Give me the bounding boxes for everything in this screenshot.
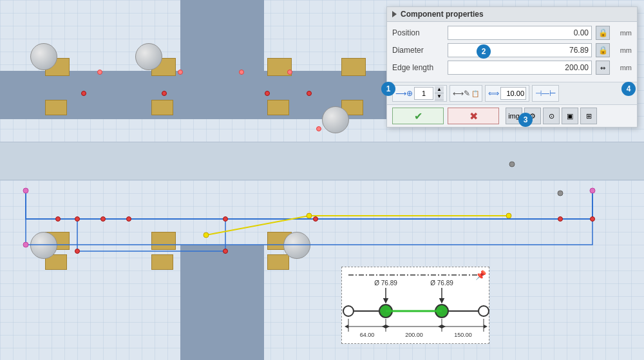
bracket-5 (45, 100, 67, 115)
svg-marker-48 (382, 325, 386, 328)
edge-length-label: Edge length (392, 63, 444, 72)
diameter-unit: mm (614, 46, 632, 54)
spacing-input[interactable] (500, 87, 526, 100)
svg-text:Ø 76.89: Ø 76.89 (430, 279, 453, 287)
settings-button-4[interactable]: ⊞ (580, 108, 597, 124)
panel-header: Component properties (387, 7, 637, 22)
sphere-1 (30, 43, 57, 70)
svg-text:Ø 76.89: Ø 76.89 (374, 279, 397, 287)
number-4: 4 (621, 82, 636, 96)
diagram-inset: Ø 76.89 Ø 76.89 (341, 267, 489, 344)
count-input[interactable] (414, 87, 433, 100)
svg-marker-45 (345, 325, 348, 328)
diameter-input[interactable] (448, 43, 592, 57)
panel-body: Position 🔒 mm Diameter 🔒 mm Edge length … (387, 22, 637, 82)
action-row: ✔ ✖ img ⚙ ⊙ ▣ ⊞ (387, 105, 637, 127)
measure-icon: ⟷✎ (453, 89, 470, 98)
panel-title: Component properties (401, 10, 484, 19)
position-input[interactable] (448, 26, 592, 40)
bracket-13 (151, 254, 173, 270)
position-row: Position 🔒 mm (392, 26, 632, 40)
sphere-3 (322, 106, 349, 133)
spacing-tool-section: ⟺ (485, 85, 529, 102)
svg-point-35 (343, 306, 354, 316)
confirm-button[interactable]: ✔ (392, 108, 444, 124)
number-3: 3 (518, 113, 533, 127)
count-up-button[interactable]: ▲ (435, 86, 444, 93)
cancel-button[interactable]: ✖ (448, 108, 499, 124)
top-center-column (180, 0, 264, 119)
panel-collapse-icon (392, 11, 397, 17)
count-tool-section: ⟶⊕ ▲ ▼ (392, 85, 447, 102)
edge-length-icon-button[interactable]: ⇔ (596, 61, 610, 75)
diameter-label: Diameter (392, 46, 444, 55)
properties-panel: Component properties Position 🔒 mm Diame… (386, 6, 638, 128)
bottom-center-column (180, 245, 264, 360)
measure-tool-section: ⟷✎ 📋 (450, 85, 482, 102)
number-2: 2 (477, 44, 491, 59)
bracket-3 (267, 58, 292, 76)
diagram-svg: Ø 76.89 Ø 76.89 (342, 267, 490, 345)
bracket-14 (267, 254, 289, 270)
bracket-6 (151, 100, 173, 115)
route-icon: ⟶⊕ (395, 89, 413, 98)
position-label: Position (392, 28, 444, 37)
diameter-lock-button[interactable]: 🔒 (596, 43, 610, 57)
measure-copy-icon: 📋 (471, 90, 479, 97)
diagram-inner: Ø 76.89 Ø 76.89 (342, 267, 489, 343)
bracket-10 (151, 232, 176, 250)
svg-text:64.00: 64.00 (360, 332, 375, 338)
number-1: 1 (381, 82, 395, 96)
svg-marker-51 (438, 325, 442, 328)
position-unit: mm (614, 29, 632, 37)
settings-button-3[interactable]: ▣ (562, 108, 578, 124)
svg-text:150.00: 150.00 (454, 332, 472, 338)
edge-length-input[interactable] (448, 61, 592, 75)
align-tool-section: ⊣—⊢ (532, 85, 559, 102)
edge-length-unit: mm (614, 64, 632, 71)
toolbar-row: ⟶⊕ ▲ ▼ ⟷✎ 📋 ⟺ ⊣—⊢ (387, 82, 637, 105)
sphere-2 (135, 43, 162, 70)
bracket-7 (267, 100, 289, 115)
sphere-5 (283, 232, 310, 259)
bracket-4 (341, 58, 366, 76)
align-icon: ⊣—⊢ (535, 89, 556, 98)
position-lock-button[interactable]: 🔒 (596, 26, 610, 40)
sphere-4 (30, 232, 57, 259)
svg-text:200.00: 200.00 (405, 332, 423, 338)
diameter-row: Diameter 🔒 mm (392, 43, 632, 57)
spacing-icon: ⟺ (488, 89, 499, 98)
settings-button-2[interactable]: ⊙ (543, 108, 560, 124)
pin-icon[interactable]: 📌 (475, 270, 486, 280)
edge-length-row: Edge length ⇔ mm (392, 61, 632, 75)
count-down-button[interactable]: ▼ (435, 93, 444, 100)
svg-marker-52 (484, 325, 488, 328)
svg-point-38 (478, 306, 489, 316)
horizontal-beam (0, 142, 644, 180)
